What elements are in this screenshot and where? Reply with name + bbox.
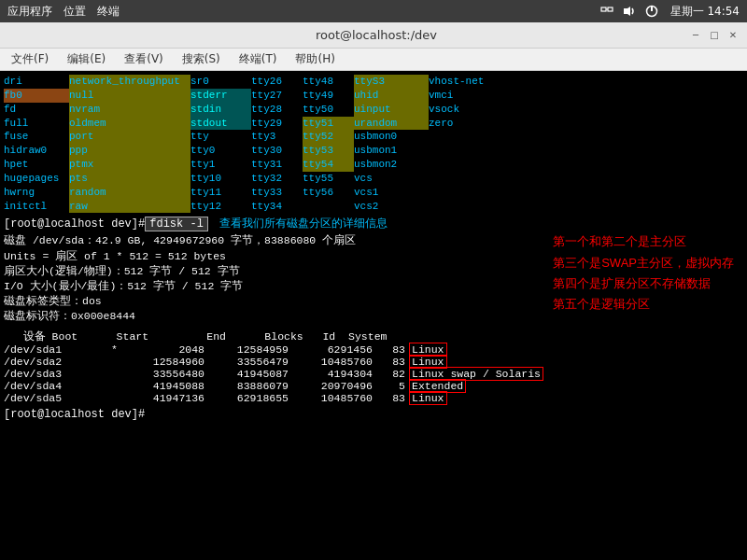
terminal-menu[interactable]: 终端 xyxy=(97,4,120,20)
apps-menu[interactable]: 应用程序 xyxy=(7,4,52,20)
window-titlebar: root@localhost:/dev ─ □ ✕ xyxy=(0,22,747,49)
part4-dev: /dev/sda4 xyxy=(4,380,111,392)
partition-row-5: /dev/sda5 41947136 62918655 10485760 83 … xyxy=(4,392,743,404)
part4-id: 5 xyxy=(373,380,405,392)
terminal-body[interactable]: dri fb0 fd full fuse hidraw0 hpet hugepa… xyxy=(0,71,747,560)
volume-icon xyxy=(622,4,637,19)
part2-dev: /dev/sda2 xyxy=(4,356,111,368)
minimize-button[interactable]: ─ xyxy=(689,29,702,42)
command-prompt: [root@localhost dev]# xyxy=(4,217,145,231)
part4-blocks: 20970496 xyxy=(289,380,373,392)
part1-end: 12584959 xyxy=(204,343,289,356)
menubar: 文件(F) 编辑(E) 查看(V) 搜索(S) 终端(T) 帮助(H) xyxy=(0,49,747,71)
menu-help[interactable]: 帮助(H) xyxy=(288,49,342,69)
disk-info-block: 磁盘 /dev/sda：42.9 GB, 42949672960 字节，8388… xyxy=(4,233,356,324)
part4-start: 41945088 xyxy=(130,380,204,392)
system-bar: 应用程序 位置 终端 星期一 14:54 xyxy=(0,0,747,22)
partition-row-2: /dev/sda2 12584960 33556479 10485760 83 … xyxy=(4,356,743,368)
disk-line3: 扇区大小(逻辑/物理)：512 字节 / 512 字节 xyxy=(4,264,356,279)
location-menu[interactable]: 位置 xyxy=(63,4,86,20)
menu-view[interactable]: 查看(V) xyxy=(117,49,171,69)
power-icon[interactable] xyxy=(644,4,659,19)
file-col-6: ttyS3 uhid uinput urandom usbmon0 usbmon… xyxy=(354,75,429,213)
disk-line6: 磁盘标识符：0x000e8444 xyxy=(4,309,356,324)
part5-dev: /dev/sda5 xyxy=(4,392,111,404)
part3-id: 82 xyxy=(373,368,405,380)
partition-row-4: /dev/sda4 41945088 83886079 20970496 5 E… xyxy=(4,380,743,392)
partition-header: 设备 Boot Start End Blocks Id System xyxy=(4,329,743,343)
partition-table: 设备 Boot Start End Blocks Id System /dev/… xyxy=(4,329,743,404)
annotation-line4: 第五个是逻辑分区 xyxy=(553,294,734,315)
part1-blocks: 6291456 xyxy=(289,343,373,356)
part3-start: 33556480 xyxy=(130,368,204,380)
part1-id: 83 xyxy=(373,343,405,356)
part3-dev: /dev/sda3 xyxy=(4,368,111,380)
annotation-line1: 第一个和第二个是主分区 xyxy=(553,231,734,252)
svg-rect-1 xyxy=(608,7,613,11)
close-button[interactable]: ✕ xyxy=(726,29,740,42)
file-listing: dri fb0 fd full fuse hidraw0 hpet hugepa… xyxy=(4,75,743,213)
part2-end: 33556479 xyxy=(204,356,289,368)
menu-file[interactable]: 文件(F) xyxy=(4,49,56,69)
file-col-7: vhost-net vmci vsock zero xyxy=(429,75,503,213)
file-col-3: sr0 stderr stdin stdout tty tty0 tty1 tt… xyxy=(190,75,251,213)
maximize-button[interactable]: □ xyxy=(708,29,721,42)
network-icon xyxy=(599,4,614,19)
part2-id: 83 xyxy=(373,356,405,368)
part5-system: Linux xyxy=(409,392,447,404)
part2-start: 12584960 xyxy=(130,356,204,368)
part1-boot: * xyxy=(111,343,130,356)
menu-search[interactable]: 搜索(S) xyxy=(175,49,228,69)
partition-row-1: /dev/sda1 * 2048 12584959 6291456 83 Lin… xyxy=(4,343,743,356)
system-bar-left: 应用程序 位置 终端 xyxy=(7,4,120,20)
disk-line2: Units = 扇区 of 1 * 512 = 512 bytes xyxy=(4,249,356,264)
datetime: 星期一 14:54 xyxy=(670,4,740,20)
part3-blocks: 4194304 xyxy=(289,368,373,380)
part5-boot xyxy=(111,392,130,404)
part1-dev: /dev/sda1 xyxy=(4,343,111,356)
annotation-block: 第一个和第二个是主分区 第三个是SWAP主分区，虚拟内存 第四个是扩展分区不存储… xyxy=(553,231,734,314)
system-bar-right: 星期一 14:54 xyxy=(599,4,740,20)
part5-end: 62918655 xyxy=(204,392,289,404)
terminal-window: root@localhost:/dev ─ □ ✕ 文件(F) 编辑(E) 查看… xyxy=(0,22,747,560)
part1-start: 2048 xyxy=(130,343,204,356)
part2-blocks: 10485760 xyxy=(289,356,373,368)
part4-boot xyxy=(111,380,130,392)
disk-line1: 磁盘 /dev/sda：42.9 GB, 42949672960 字节，8388… xyxy=(4,233,356,248)
file-col-5: tty48 tty49 tty50 tty51 tty52 tty53 tty5… xyxy=(303,75,354,213)
annotation-line2: 第三个是SWAP主分区，虚拟内存 xyxy=(553,253,734,273)
disk-section: 磁盘 /dev/sda：42.9 GB, 42949672960 字节，8388… xyxy=(4,231,743,324)
file-col-4: tty26 tty27 tty28 tty29 tty3 tty30 tty31… xyxy=(251,75,303,213)
final-prompt: [root@localhost dev]# xyxy=(4,408,743,421)
disk-line4: I/O 大小(最小/最佳)：512 字节 / 512 字节 xyxy=(4,279,356,294)
svg-rect-0 xyxy=(601,7,606,11)
part5-blocks: 10485760 xyxy=(289,392,373,404)
command-line: [root@localhost dev]# fdisk -l 查看我们所有磁盘分… xyxy=(4,216,743,231)
part3-end: 41945087 xyxy=(204,368,289,380)
window-controls: ─ □ ✕ xyxy=(689,29,740,42)
command-text: fdisk -l xyxy=(145,217,208,231)
svg-marker-3 xyxy=(624,7,630,16)
disk-line5: 磁盘标签类型：dos xyxy=(4,294,356,309)
window-title: root@localhost:/dev xyxy=(63,28,689,42)
part4-end: 83886079 xyxy=(204,380,289,392)
annotation-line3: 第四个是扩展分区不存储数据 xyxy=(553,273,734,294)
menu-edit[interactable]: 编辑(E) xyxy=(60,49,113,69)
part2-boot xyxy=(111,356,130,368)
menu-terminal[interactable]: 终端(T) xyxy=(232,49,285,69)
file-col-1: dri fb0 fd full fuse hidraw0 hpet hugepa… xyxy=(4,75,69,213)
part5-id: 83 xyxy=(373,392,405,404)
file-col-2: network_throughput null nvram oldmem por… xyxy=(69,75,190,213)
partition-row-3: /dev/sda3 33556480 41945087 4194304 82 L… xyxy=(4,368,743,380)
terminal-content: dri fb0 fd full fuse hidraw0 hpet hugepa… xyxy=(4,75,743,421)
part3-boot xyxy=(111,368,130,380)
command-annotation: 查看我们所有磁盘分区的详细信息 xyxy=(219,216,388,231)
part5-start: 41947136 xyxy=(130,392,204,404)
